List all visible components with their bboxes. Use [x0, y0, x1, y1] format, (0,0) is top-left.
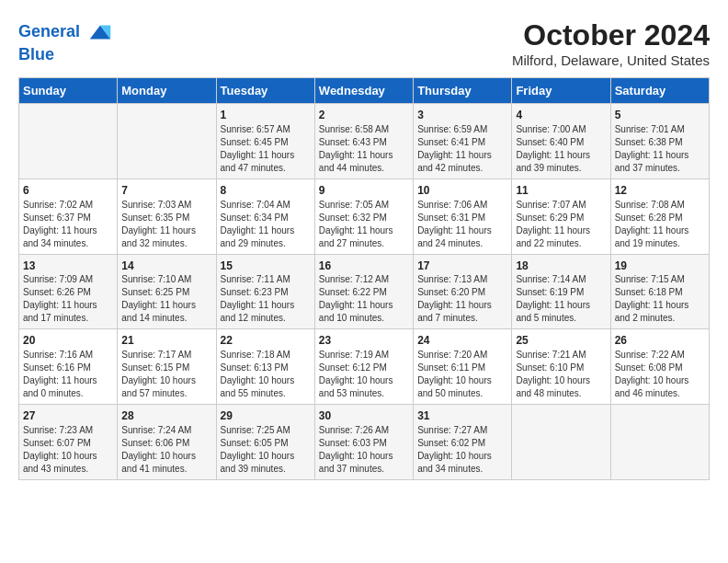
day-number: 29: [221, 408, 311, 424]
day-number: 18: [516, 259, 606, 274]
day-number: 31: [417, 408, 507, 424]
day-cell: 10Sunrise: 7:06 AMSunset: 6:31 PMDayligh…: [414, 178, 512, 254]
week-row-3: 20Sunrise: 7:16 AMSunset: 6:16 PMDayligh…: [19, 329, 710, 405]
day-info: Sunrise: 6:59 AMSunset: 6:41 PMDaylight:…: [417, 123, 507, 175]
day-cell: 30Sunrise: 7:26 AMSunset: 6:03 PMDayligh…: [314, 405, 413, 480]
day-number: 24: [417, 333, 507, 349]
day-number: 13: [23, 259, 113, 274]
day-number: 12: [615, 183, 705, 199]
day-cell: 28Sunrise: 7:24 AMSunset: 6:06 PMDayligh…: [118, 405, 216, 480]
day-info: Sunrise: 7:12 AMSunset: 6:22 PMDaylight:…: [319, 273, 409, 325]
day-cell: 4Sunrise: 7:00 AMSunset: 6:40 PMDaylight…: [512, 104, 610, 179]
logo-text: General Blue: [18, 18, 114, 64]
day-info: Sunrise: 7:11 AMSunset: 6:23 PMDaylight:…: [221, 273, 311, 325]
day-info: Sunrise: 7:21 AMSunset: 6:10 PMDaylight:…: [516, 349, 606, 400]
day-cell: 8Sunrise: 7:04 AMSunset: 6:34 PMDaylight…: [216, 178, 314, 254]
day-number: 11: [516, 183, 606, 199]
day-info: Sunrise: 7:15 AMSunset: 6:18 PMDaylight:…: [615, 273, 705, 325]
day-cell: [118, 104, 216, 179]
day-cell: 12Sunrise: 7:08 AMSunset: 6:28 PMDayligh…: [610, 178, 709, 254]
day-cell: 1Sunrise: 6:57 AMSunset: 6:45 PMDaylight…: [216, 104, 314, 179]
month-title: October 2024: [512, 18, 710, 52]
week-row-1: 6Sunrise: 7:02 AMSunset: 6:37 PMDaylight…: [19, 178, 710, 254]
day-cell: 9Sunrise: 7:05 AMSunset: 6:32 PMDaylight…: [314, 178, 413, 254]
week-row-2: 13Sunrise: 7:09 AMSunset: 6:26 PMDayligh…: [19, 254, 710, 329]
day-number: 2: [319, 108, 409, 123]
day-info: Sunrise: 7:14 AMSunset: 6:19 PMDaylight:…: [516, 273, 606, 325]
day-cell: 19Sunrise: 7:15 AMSunset: 6:18 PMDayligh…: [610, 254, 709, 329]
day-number: 15: [221, 259, 311, 274]
day-number: 30: [319, 408, 409, 424]
header-cell-wednesday: Wednesday: [314, 78, 413, 104]
day-cell: 23Sunrise: 7:19 AMSunset: 6:12 PMDayligh…: [314, 329, 413, 405]
day-cell: 5Sunrise: 7:01 AMSunset: 6:38 PMDaylight…: [610, 104, 709, 179]
page-header: General Blue October 2024 Milford, Delaw…: [18, 18, 710, 68]
day-number: 10: [417, 183, 507, 199]
day-info: Sunrise: 7:10 AMSunset: 6:25 PMDaylight:…: [121, 273, 211, 325]
header-row: SundayMondayTuesdayWednesdayThursdayFrid…: [19, 78, 710, 104]
calendar-table: SundayMondayTuesdayWednesdayThursdayFrid…: [18, 77, 710, 480]
day-cell: 3Sunrise: 6:59 AMSunset: 6:41 PMDaylight…: [414, 104, 512, 179]
day-info: Sunrise: 7:17 AMSunset: 6:15 PMDaylight:…: [121, 349, 211, 400]
day-cell: 13Sunrise: 7:09 AMSunset: 6:26 PMDayligh…: [19, 254, 118, 329]
day-number: 23: [319, 333, 409, 349]
day-cell: 27Sunrise: 7:23 AMSunset: 6:07 PMDayligh…: [19, 405, 118, 480]
calendar-body: 1Sunrise: 6:57 AMSunset: 6:45 PMDaylight…: [19, 104, 710, 480]
day-cell: 17Sunrise: 7:13 AMSunset: 6:20 PMDayligh…: [414, 254, 512, 329]
header-cell-saturday: Saturday: [610, 78, 709, 104]
day-info: Sunrise: 7:23 AMSunset: 6:07 PMDaylight:…: [23, 424, 113, 476]
day-number: 5: [615, 108, 705, 123]
day-info: Sunrise: 7:27 AMSunset: 6:02 PMDaylight:…: [417, 424, 507, 476]
day-cell: 25Sunrise: 7:21 AMSunset: 6:10 PMDayligh…: [512, 329, 610, 405]
day-cell: [610, 405, 709, 480]
header-cell-thursday: Thursday: [414, 78, 512, 104]
day-info: Sunrise: 7:24 AMSunset: 6:06 PMDaylight:…: [121, 424, 211, 476]
day-info: Sunrise: 7:05 AMSunset: 6:32 PMDaylight:…: [319, 199, 409, 250]
day-info: Sunrise: 7:18 AMSunset: 6:13 PMDaylight:…: [221, 349, 311, 400]
day-info: Sunrise: 7:22 AMSunset: 6:08 PMDaylight:…: [615, 349, 705, 400]
day-info: Sunrise: 6:57 AMSunset: 6:45 PMDaylight:…: [221, 123, 311, 175]
calendar-header: SundayMondayTuesdayWednesdayThursdayFrid…: [19, 78, 710, 104]
day-info: Sunrise: 6:58 AMSunset: 6:43 PMDaylight:…: [319, 123, 409, 175]
logo-general: General: [18, 22, 80, 40]
week-row-0: 1Sunrise: 6:57 AMSunset: 6:45 PMDaylight…: [19, 104, 710, 179]
week-row-4: 27Sunrise: 7:23 AMSunset: 6:07 PMDayligh…: [19, 405, 710, 480]
day-number: 17: [417, 259, 507, 274]
day-number: 19: [615, 259, 705, 274]
day-info: Sunrise: 7:04 AMSunset: 6:34 PMDaylight:…: [221, 199, 311, 250]
day-info: Sunrise: 7:08 AMSunset: 6:28 PMDaylight:…: [615, 199, 705, 250]
title-area: October 2024 Milford, Delaware, United S…: [512, 18, 710, 68]
logo: General Blue: [18, 18, 114, 64]
day-cell: 18Sunrise: 7:14 AMSunset: 6:19 PMDayligh…: [512, 254, 610, 329]
day-cell: 15Sunrise: 7:11 AMSunset: 6:23 PMDayligh…: [216, 254, 314, 329]
day-info: Sunrise: 7:16 AMSunset: 6:16 PMDaylight:…: [23, 349, 113, 400]
day-number: 21: [121, 333, 211, 349]
day-number: 26: [615, 333, 705, 349]
day-info: Sunrise: 7:06 AMSunset: 6:31 PMDaylight:…: [417, 199, 507, 250]
day-info: Sunrise: 7:09 AMSunset: 6:26 PMDaylight:…: [23, 273, 113, 325]
header-cell-sunday: Sunday: [19, 78, 118, 104]
day-number: 9: [319, 183, 409, 199]
header-cell-friday: Friday: [512, 78, 610, 104]
day-cell: [512, 405, 610, 480]
day-info: Sunrise: 7:20 AMSunset: 6:11 PMDaylight:…: [417, 349, 507, 400]
day-number: 20: [23, 333, 113, 349]
day-info: Sunrise: 7:19 AMSunset: 6:12 PMDaylight:…: [319, 349, 409, 400]
day-number: 1: [221, 108, 311, 123]
day-info: Sunrise: 7:25 AMSunset: 6:05 PMDaylight:…: [221, 424, 311, 476]
day-info: Sunrise: 7:00 AMSunset: 6:40 PMDaylight:…: [516, 123, 606, 175]
day-cell: 14Sunrise: 7:10 AMSunset: 6:25 PMDayligh…: [118, 254, 216, 329]
day-cell: 16Sunrise: 7:12 AMSunset: 6:22 PMDayligh…: [314, 254, 413, 329]
location-title: Milford, Delaware, United States: [512, 52, 710, 68]
day-cell: 26Sunrise: 7:22 AMSunset: 6:08 PMDayligh…: [610, 329, 709, 405]
day-info: Sunrise: 7:13 AMSunset: 6:20 PMDaylight:…: [417, 273, 507, 325]
day-cell: 6Sunrise: 7:02 AMSunset: 6:37 PMDaylight…: [19, 178, 118, 254]
day-number: 14: [121, 259, 211, 274]
day-cell: 24Sunrise: 7:20 AMSunset: 6:11 PMDayligh…: [414, 329, 512, 405]
day-cell: 7Sunrise: 7:03 AMSunset: 6:35 PMDaylight…: [118, 178, 216, 254]
day-cell: 11Sunrise: 7:07 AMSunset: 6:29 PMDayligh…: [512, 178, 610, 254]
day-cell: 31Sunrise: 7:27 AMSunset: 6:02 PMDayligh…: [414, 405, 512, 480]
day-number: 25: [516, 333, 606, 349]
day-cell: 29Sunrise: 7:25 AMSunset: 6:05 PMDayligh…: [216, 405, 314, 480]
day-cell: 21Sunrise: 7:17 AMSunset: 6:15 PMDayligh…: [118, 329, 216, 405]
